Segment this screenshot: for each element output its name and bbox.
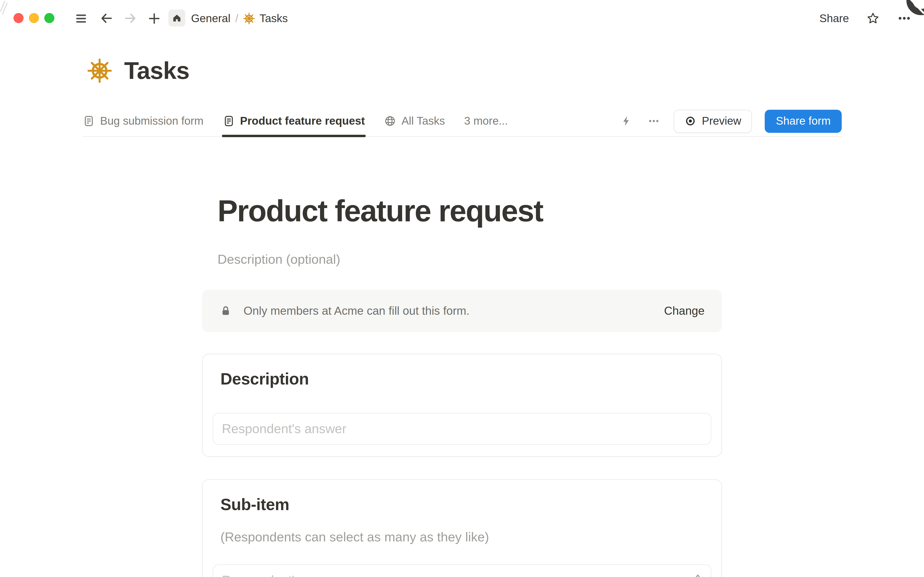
notion-window: General / Tasks Share	[0, 0, 924, 577]
access-change-button[interactable]: Change	[664, 304, 705, 318]
tab-bug-submission-form[interactable]: Bug submission form	[83, 106, 204, 136]
question-label[interactable]: Description	[221, 369, 309, 388]
traffic-lights	[13, 13, 55, 23]
sub-item-answer-input[interactable]	[213, 564, 711, 577]
answer-field-wrap	[213, 413, 711, 445]
topbar-actions: Share	[819, 10, 911, 26]
question-hint[interactable]: (Respondents can select as many as they …	[221, 530, 489, 545]
close-window-button[interactable]	[13, 13, 24, 23]
form-editor-content: Product feature request Description (opt…	[202, 0, 722, 577]
access-notice-text: Only members at Acme can fill out this f…	[243, 304, 653, 318]
form-description-placeholder[interactable]: Description (optional)	[217, 252, 340, 267]
home-button[interactable]	[169, 10, 185, 26]
plus-icon	[148, 12, 161, 25]
description-answer-input[interactable]	[213, 413, 711, 445]
page-title[interactable]: Tasks	[124, 57, 189, 85]
lock-icon	[219, 305, 232, 317]
favorite-button[interactable]	[866, 11, 880, 26]
answer-field-wrap	[213, 564, 711, 577]
cursor-artifact	[0, 0, 13, 17]
arrow-left-icon	[100, 11, 113, 25]
share-button[interactable]: Share	[819, 12, 849, 25]
question-card-description: Description	[202, 354, 722, 457]
tab-label: Bug submission form	[100, 114, 204, 127]
share-form-button[interactable]: Share form	[765, 110, 842, 132]
question-card-sub-item: Sub-item (Respondents can select as many…	[202, 479, 722, 577]
access-notice-bar: Only members at Acme can fill out this f…	[202, 290, 722, 332]
sidebar-menu-button[interactable]	[74, 11, 88, 25]
ellipsis-icon	[897, 11, 911, 26]
star-icon	[866, 11, 880, 25]
arrow-right-icon	[124, 11, 137, 25]
page-icon-ship-wheel[interactable]	[87, 58, 112, 83]
nav-back-button[interactable]	[100, 11, 113, 25]
hamburger-menu-icon	[74, 12, 87, 25]
new-tab-button[interactable]	[147, 11, 161, 25]
more-options-button[interactable]	[897, 11, 911, 26]
minimize-window-button[interactable]	[29, 13, 39, 23]
chevron-up-icon	[692, 571, 703, 577]
form-document-icon	[83, 115, 95, 127]
page-header: Tasks	[87, 57, 189, 85]
nav-forward-button[interactable]	[124, 11, 137, 25]
form-title[interactable]: Product feature request	[217, 193, 543, 228]
zoom-window-button[interactable]	[44, 13, 55, 23]
question-label[interactable]: Sub-item	[221, 495, 289, 514]
home-icon	[172, 13, 182, 23]
